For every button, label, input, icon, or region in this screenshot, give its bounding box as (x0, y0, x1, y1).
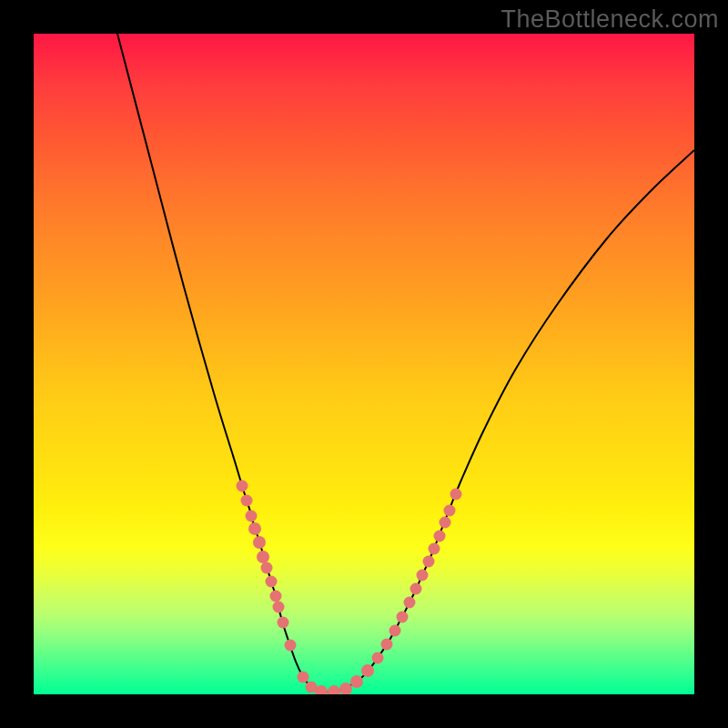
data-point-marker (423, 556, 435, 568)
data-point-marker (350, 675, 363, 688)
data-point-marker (404, 597, 416, 609)
data-markers (237, 480, 462, 695)
chart-svg (34, 34, 694, 694)
data-point-marker (361, 664, 374, 677)
watermark: TheBottleneck.com (500, 5, 719, 34)
data-point-marker (417, 570, 429, 581)
data-point-marker (241, 495, 253, 507)
data-point-marker (429, 543, 440, 555)
data-point-marker (266, 576, 278, 588)
data-point-marker (285, 640, 297, 652)
data-point-marker (237, 480, 248, 492)
data-point-marker (434, 531, 446, 542)
data-point-marker (261, 562, 273, 574)
data-point-marker (257, 551, 269, 563)
data-point-marker (253, 536, 266, 549)
data-point-marker (372, 652, 384, 664)
curve-left (117, 34, 320, 692)
data-point-marker (273, 602, 285, 613)
chart-plot-area (34, 34, 694, 694)
data-point-marker (440, 517, 451, 529)
data-point-marker (410, 583, 422, 595)
data-point-marker (270, 591, 282, 602)
data-point-marker (298, 672, 309, 683)
data-point-marker (246, 511, 258, 522)
data-point-marker (339, 682, 352, 694)
data-point-marker (381, 639, 393, 651)
data-point-marker (248, 522, 261, 535)
data-point-marker (389, 625, 401, 637)
data-point-marker (450, 489, 462, 500)
data-point-marker (328, 685, 340, 694)
data-point-marker (278, 617, 289, 629)
curve-right (320, 150, 694, 692)
data-point-marker (397, 612, 409, 623)
data-point-marker (444, 505, 456, 517)
